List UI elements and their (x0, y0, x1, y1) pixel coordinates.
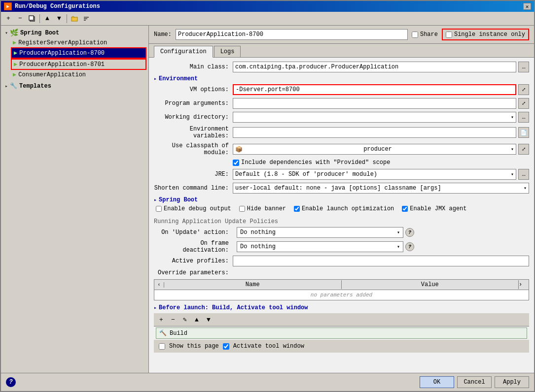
launch-add-btn[interactable]: + (156, 314, 167, 325)
env-vars-file-btn[interactable]: 📄 (518, 127, 529, 138)
tree-item-register[interactable]: ▶ RegisterServerApplication (11, 38, 146, 47)
expand-spring-boot[interactable]: ▾ (5, 30, 8, 36)
active-profiles-input[interactable] (233, 256, 529, 266)
vm-options-control: ⤢ (233, 84, 529, 95)
vm-options-input[interactable] (233, 84, 516, 95)
enable-jmx-checkbox[interactable] (402, 206, 408, 212)
on-frame-dropdown[interactable]: Do nothing ▾ (237, 241, 403, 252)
config-panel: Main class: … Environment VM options: ⤢ (149, 58, 534, 373)
table-name-header: Name (164, 280, 342, 289)
up-button[interactable]: ▲ (42, 13, 53, 24)
name-label: Name: (154, 31, 172, 38)
main-class-browse-btn[interactable]: … (518, 62, 529, 72)
table-nav-right: › (519, 281, 529, 288)
remove-button[interactable]: − (15, 13, 26, 24)
apply-button[interactable]: Apply (495, 376, 529, 388)
spring-boot-section: Spring Boot Enable debug output Hide ban… (154, 196, 529, 254)
params-table-body: no parameters added (154, 290, 529, 300)
spring-checkboxes: Enable debug output Hide banner Enable l… (154, 205, 529, 214)
classpath-select[interactable]: 📦 producer ▾ (233, 144, 516, 155)
env-vars-input[interactable] (233, 127, 516, 138)
bottom-bar: ? OK Cancel Apply (1, 373, 534, 391)
tabs: Configuration Logs (149, 44, 534, 58)
shorten-cmd-label: Shorten command line: (154, 185, 233, 192)
program-args-input[interactable] (233, 98, 516, 109)
hide-banner-checkbox-row: Hide banner (239, 205, 286, 212)
close-button[interactable]: ✕ (523, 3, 531, 10)
launch-edit-btn[interactable]: ✎ (179, 314, 190, 325)
working-dir-select[interactable]: ▾ (233, 112, 516, 123)
program-args-expand-btn[interactable]: ⤢ (518, 98, 529, 109)
title-bar: ▶ Run/Debug Configurations ✕ (1, 1, 534, 12)
override-params-header-row: Override parameters: (154, 269, 529, 276)
classpath-expand-btn[interactable]: ⤢ (518, 144, 529, 155)
show-page-checkbox[interactable] (159, 343, 165, 350)
share-checkbox[interactable] (412, 32, 418, 38)
before-launch-section: Before launch: Build, Activate tool wind… (154, 304, 529, 339)
launch-up-btn[interactable]: ▲ (191, 314, 202, 325)
launch-down-btn[interactable]: ▼ (203, 314, 214, 325)
templates-label: Templates (19, 83, 51, 90)
copy-icon (29, 15, 36, 22)
app-run-icon-selected: ▶ (14, 49, 17, 57)
name-input[interactable] (176, 29, 408, 40)
app-run-icon: ▶ (13, 39, 16, 46)
enable-launch-label: Enable launch optimization (302, 205, 394, 212)
tree-item-producer-8700[interactable]: ▶ ProducerApplication-8700 (11, 47, 146, 59)
enable-jmx-label: Enable JMX agent (410, 205, 466, 212)
env-vars-control: 📄 (233, 127, 529, 138)
help-icon[interactable]: ? (6, 377, 16, 387)
classpath-arrow: ▾ (511, 146, 514, 152)
main-class-input[interactable] (233, 62, 516, 72)
cancel-button[interactable]: Cancel (457, 376, 492, 388)
tree-item-label: RegisterServerApplication (18, 39, 107, 46)
jre-row: JRE: Default (1.8 - SDK of 'producer' mo… (154, 169, 529, 180)
working-dir-browse-btn[interactable]: … (518, 112, 529, 123)
tree-item-consumer[interactable]: ▶ ConsumerApplication (11, 70, 146, 79)
down-button[interactable]: ▼ (54, 13, 65, 24)
show-page-label: Show this page (169, 343, 219, 350)
expand-templates[interactable]: ▸ (5, 83, 8, 89)
tree-item-label: ConsumerApplication (18, 71, 86, 78)
activate-window-checkbox[interactable] (223, 343, 229, 350)
running-update-title: Running Application Update Policies (154, 218, 529, 225)
tab-configuration[interactable]: Configuration (154, 46, 213, 58)
ok-button[interactable]: OK (420, 376, 454, 388)
shorten-cmd-row: Shorten command line: user-local default… (154, 183, 529, 194)
on-update-dropdown[interactable]: Do nothing ▾ (237, 227, 403, 238)
jre-label: JRE: (154, 171, 233, 178)
jre-browse-btn[interactable]: … (518, 169, 529, 180)
copy-button[interactable] (27, 13, 37, 24)
launch-toolbar: + − ✎ ▲ ▼ (154, 313, 529, 327)
include-deps-checkbox[interactable] (233, 160, 239, 166)
add-button[interactable]: + (3, 13, 14, 24)
shorten-cmd-select[interactable]: user-local default: none - java [options… (233, 183, 529, 194)
main-class-control: … (233, 62, 529, 72)
vm-options-row: VM options: ⤢ (154, 84, 529, 95)
include-deps-control: Include dependencies with "Provided" sco… (233, 159, 529, 166)
single-instance-checkbox[interactable] (446, 32, 452, 38)
jre-select[interactable]: Default (1.8 - SDK of 'producer' module)… (233, 169, 516, 180)
environment-label: Environment (159, 75, 198, 82)
tab-logs[interactable]: Logs (214, 46, 241, 57)
enable-debug-checkbox[interactable] (156, 206, 162, 212)
main-class-row: Main class: … (154, 62, 529, 72)
sort-button[interactable] (81, 13, 92, 24)
launch-remove-btn[interactable]: − (168, 314, 178, 325)
program-args-control: ⤢ (233, 98, 529, 109)
vm-options-expand-btn[interactable]: ⤢ (518, 84, 529, 95)
before-launch-header: Before launch: Build, Activate tool wind… (154, 304, 529, 311)
enable-launch-checkbox[interactable] (294, 206, 300, 212)
spring-boot-section-header: Spring Boot (154, 196, 529, 203)
on-update-help-btn[interactable]: ? (405, 228, 414, 237)
on-update-arrow: ▾ (397, 229, 400, 235)
params-table-header: ‹ Name Value › (154, 279, 529, 290)
single-instance-label: Single instance only (454, 31, 525, 38)
on-frame-help-btn[interactable]: ? (405, 242, 414, 251)
tree-item-producer-8701[interactable]: ▶ ProducerApplication-8701 (11, 59, 146, 70)
move-button[interactable] (69, 13, 80, 24)
shorten-cmd-arrow: ▾ (524, 185, 527, 191)
shorten-cmd-value: user-local default: none - java [options… (235, 185, 441, 192)
vm-options-label: VM options: (154, 86, 233, 93)
hide-banner-checkbox[interactable] (239, 206, 245, 212)
